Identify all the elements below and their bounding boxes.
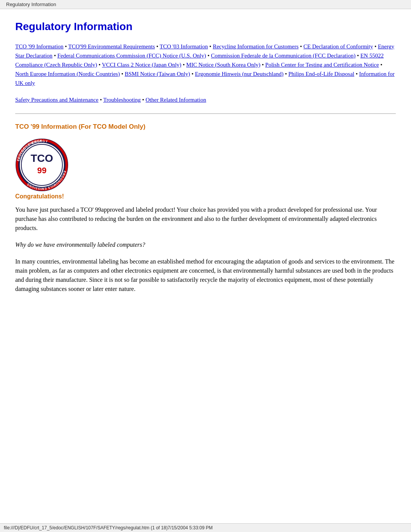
separator: •	[100, 97, 103, 103]
separator: •	[262, 62, 265, 68]
footer-bar: file:///D|/EDFU/crt_17_5/edoc/ENGLISH/10…	[0, 523, 411, 532]
main-content: Regulatory Information TCO '99 Informati…	[0, 9, 411, 324]
svg-text:99: 99	[37, 166, 46, 175]
svg-text:TCO: TCO	[30, 152, 53, 164]
separator: •	[191, 71, 195, 77]
secondary-links: Safety Precautions and Maintenance • Tro…	[15, 95, 396, 104]
tco-para2: In many countries, environmental labelin…	[15, 257, 396, 294]
nav-link-tco99env[interactable]: TCO'99 Environmental Requirements	[68, 43, 155, 50]
svg-point-2	[20, 143, 64, 187]
separator: •	[285, 71, 288, 77]
nav-link-vcci[interactable]: VCCI Class 2 Notice (Japan Only)	[102, 62, 182, 68]
nav-link-ergonomie[interactable]: Ergonomie Hinweis (nur Deutschland)	[195, 71, 284, 77]
separator: •	[207, 53, 211, 59]
nav-link-recycling[interactable]: Recycling Information for Customers	[213, 43, 298, 50]
separator: •	[156, 43, 160, 50]
tco-logo: ECOLOGY ENERGY ECOLOGY ENERGY ERGONOMICS…	[15, 138, 68, 193]
nav-link-mic[interactable]: MIC Notice (South Korea Only)	[186, 62, 260, 68]
separator: •	[356, 71, 359, 77]
svg-text:✦: ✦	[16, 163, 19, 167]
separator: •	[99, 62, 102, 68]
separator: •	[209, 43, 213, 50]
nav-link-bsmi[interactable]: BSMI Notice (Taiwan Only)	[125, 71, 190, 77]
nav-link-tco03[interactable]: TCO '03 Information	[160, 43, 208, 50]
separator: •	[374, 43, 378, 50]
nav-link-nordic[interactable]: North Europe Information (Nordic Countri…	[15, 71, 120, 77]
browser-tab: Regulatory Information	[0, 0, 411, 9]
tco-section-title: TCO '99 Information (For TCO Model Only)	[15, 123, 396, 131]
separator: •	[121, 71, 125, 77]
separator: •	[183, 62, 186, 68]
nav-link-philips[interactable]: Philips End-of-Life Disposal	[288, 71, 354, 77]
congratulations-label: Congratulations!	[15, 193, 396, 200]
page-title: Regulatory Information	[15, 21, 396, 33]
svg-text:✦: ✦	[65, 163, 68, 167]
separator: •	[300, 43, 303, 50]
tco-para1: You have just purchased a TCO' 99approve…	[15, 205, 396, 233]
nav-links: TCO '99 Information • TCO'99 Environment…	[15, 42, 396, 88]
separator: •	[54, 53, 57, 59]
separator: •	[142, 97, 146, 103]
footer-text: file:///D|/EDFU/crt_17_5/edoc/ENGLISH/10…	[4, 525, 213, 530]
nav-link-other[interactable]: Other Related Information	[146, 97, 206, 103]
tco-italic-para: Why do we have environmentally labeled c…	[15, 240, 396, 249]
nav-link-ce[interactable]: CE Declaration of Conformity	[303, 43, 373, 50]
nav-link-safety[interactable]: Safety Precautions and Maintenance	[15, 97, 99, 103]
nav-link-fccfr[interactable]: Commission Federale de la Communication …	[211, 53, 355, 59]
nav-link-troubleshooting[interactable]: Troubleshooting	[103, 97, 141, 103]
nav-link-polish[interactable]: Polish Center for Testing and Certificat…	[265, 62, 379, 68]
separator: •	[357, 53, 360, 59]
divider	[15, 113, 396, 114]
nav-link-fcc[interactable]: Federal Communications Commission (FCC) …	[57, 53, 206, 59]
nav-link-tco99[interactable]: TCO '99 Information	[15, 43, 64, 50]
tab-label: Regulatory Information	[6, 2, 56, 7]
separator: •	[380, 62, 382, 68]
